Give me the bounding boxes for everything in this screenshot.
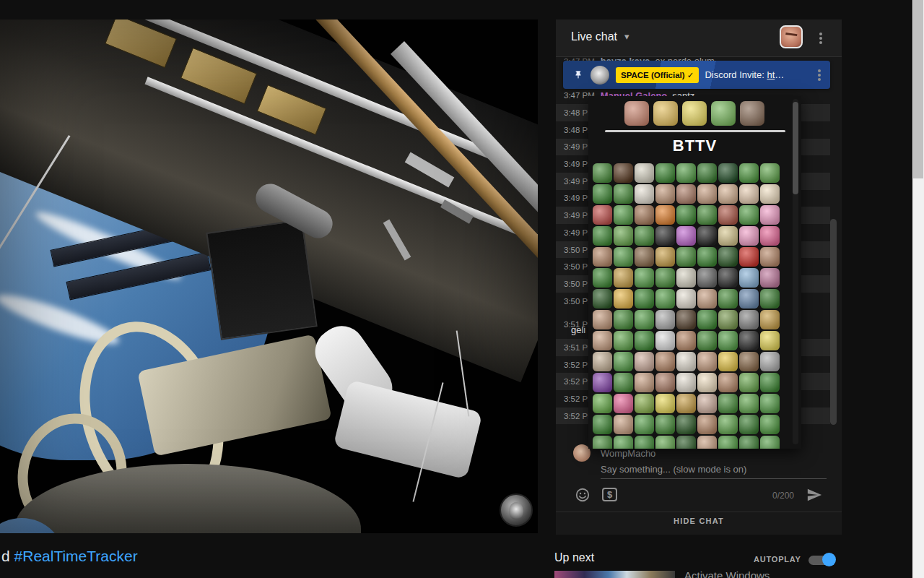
emote[interactable] [697, 373, 717, 392]
emote[interactable] [697, 394, 717, 413]
emote[interactable] [614, 268, 633, 288]
emote[interactable] [718, 352, 738, 371]
emote[interactable] [760, 268, 780, 288]
emote[interactable] [718, 163, 738, 183]
emote[interactable] [676, 331, 696, 350]
emote[interactable] [718, 331, 738, 350]
emote[interactable] [697, 163, 717, 183]
emote[interactable] [718, 415, 738, 434]
emote[interactable] [697, 247, 717, 267]
emote[interactable] [593, 373, 612, 392]
chevron-down-icon[interactable]: ▾ [624, 31, 629, 42]
emote[interactable] [593, 205, 612, 225]
emote[interactable] [718, 205, 738, 225]
emote[interactable] [739, 310, 759, 329]
emote-tab-crying-bird[interactable] [682, 101, 707, 126]
emote[interactable] [614, 205, 633, 225]
emote[interactable] [718, 247, 738, 267]
emote[interactable] [655, 226, 675, 246]
emote[interactable] [655, 163, 675, 183]
pinned-message-banner[interactable]: SPACE (Official) ✓ Discord Invite: ht… [563, 61, 830, 89]
emote[interactable] [697, 205, 717, 225]
emote[interactable] [739, 247, 759, 267]
emote[interactable] [697, 310, 717, 329]
emote-tab-anime-guy[interactable] [740, 101, 764, 126]
emote[interactable] [614, 394, 633, 413]
emote[interactable] [655, 184, 675, 204]
emote[interactable] [593, 268, 612, 288]
emote-tab-bird[interactable] [653, 101, 678, 126]
emote[interactable] [760, 415, 780, 434]
emote[interactable] [697, 415, 717, 434]
superchat-dollar-icon[interactable]: $ [602, 488, 617, 501]
emote[interactable] [676, 205, 696, 225]
emote[interactable] [614, 352, 633, 371]
emote[interactable] [760, 394, 780, 413]
emote[interactable] [614, 310, 633, 329]
emote[interactable] [718, 373, 738, 392]
emote[interactable] [718, 394, 738, 413]
emote[interactable] [739, 436, 759, 449]
emote[interactable] [635, 184, 654, 204]
emote[interactable] [676, 268, 696, 288]
emote[interactable] [697, 226, 717, 246]
emote[interactable] [676, 184, 696, 204]
emote[interactable] [760, 163, 780, 183]
emote[interactable] [760, 373, 780, 392]
emote[interactable] [593, 247, 612, 267]
picker-scrollbar-thumb[interactable] [793, 102, 798, 194]
emote[interactable] [676, 247, 696, 267]
emote[interactable] [718, 184, 738, 204]
chat-title[interactable]: Live chat [571, 30, 617, 43]
emote[interactable] [655, 331, 675, 350]
emote[interactable] [697, 436, 717, 449]
emote[interactable] [635, 268, 654, 288]
emote[interactable] [593, 394, 612, 413]
emote[interactable] [676, 373, 696, 392]
emote[interactable] [676, 415, 696, 434]
next-video-thumbnail[interactable] [554, 571, 675, 578]
chat-menu-kebab-icon[interactable] [814, 32, 827, 45]
emote[interactable] [593, 289, 612, 309]
emote[interactable] [655, 289, 675, 309]
emote[interactable] [655, 373, 675, 392]
emote[interactable] [739, 373, 759, 392]
emote[interactable] [739, 184, 759, 204]
emote[interactable] [655, 310, 675, 329]
emote[interactable] [635, 331, 654, 350]
emote[interactable] [593, 163, 612, 183]
emote[interactable] [760, 310, 780, 329]
emote[interactable] [614, 247, 633, 267]
emote[interactable] [635, 289, 654, 309]
emote[interactable] [718, 310, 738, 329]
emote[interactable] [676, 352, 696, 371]
emote[interactable] [655, 205, 675, 225]
emote[interactable] [593, 436, 612, 449]
emote[interactable] [697, 268, 717, 288]
emote[interactable] [655, 352, 675, 371]
emote[interactable] [593, 331, 612, 350]
emote[interactable] [593, 310, 612, 329]
emote[interactable] [760, 247, 780, 267]
emote[interactable] [718, 289, 738, 309]
emote[interactable] [635, 310, 654, 329]
emote[interactable] [760, 289, 780, 309]
emote[interactable] [614, 184, 633, 204]
emote[interactable] [635, 163, 654, 183]
emote[interactable] [739, 226, 759, 246]
emote[interactable] [760, 205, 780, 225]
emote[interactable] [676, 436, 696, 449]
emote-tab-green-blob[interactable] [711, 101, 736, 126]
emote[interactable] [593, 352, 612, 371]
emote[interactable] [635, 373, 654, 392]
pinned-kebab-icon[interactable] [813, 69, 826, 82]
emote[interactable] [760, 331, 780, 350]
emote[interactable] [635, 436, 654, 449]
emote[interactable] [593, 226, 612, 246]
emote[interactable] [676, 310, 696, 329]
pinned-link[interactable]: ht [767, 69, 775, 80]
emote[interactable] [676, 163, 696, 183]
emote[interactable] [760, 226, 780, 246]
emote[interactable] [697, 331, 717, 350]
browser-scrollbar-thumb[interactable] [913, 0, 923, 178]
